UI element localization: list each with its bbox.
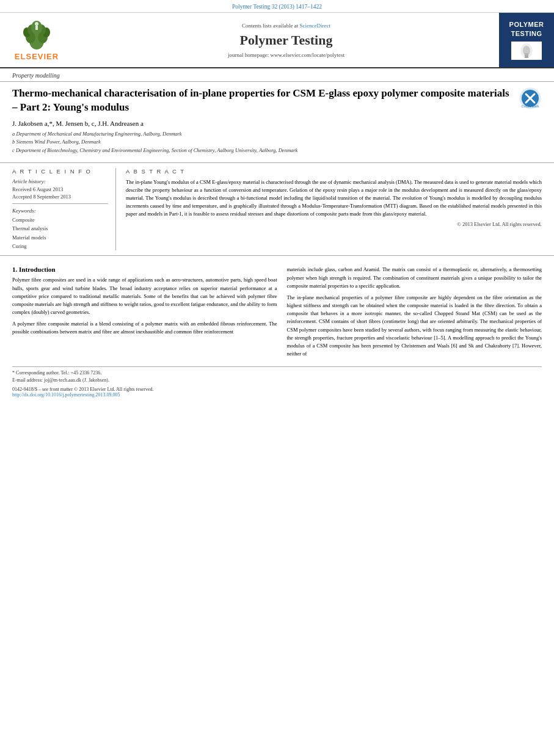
affiliations: a Department of Mechanical and Manufactu… [12,130,512,155]
contents-line: Contents lists available at ScienceDirec… [242,23,330,29]
article-info: A R T I C L E I N F O Article history: R… [12,168,116,251]
journal-homepage: journal homepage: www.elsevier.com/locat… [228,52,344,58]
doi-line: http://dx.doi.org/10.1016/j.polymertesti… [12,392,542,398]
copyright: © 2013 Elsevier Ltd. All rights reserved… [126,221,542,227]
elsevier-wordmark: ELSEVIER [15,52,59,61]
article-title-text: Thermo-mechanical characterisation of in… [12,87,512,155]
journal-header: ELSEVIER Contents lists available at Sci… [0,13,554,68]
intro-paragraph-2: A polymer fibre composite material is a … [12,320,277,336]
affiliation-c: c Department of Biotechnology, Chemistry… [12,147,512,155]
abstract-text: The in-plane Young's modulus of a CSM E-… [126,178,542,219]
received-date: Received 6 August 2013 [12,186,108,192]
crossmark-icon[interactable]: CrossMark [519,87,542,110]
info-abstract-section: A R T I C L E I N F O Article history: R… [0,162,554,256]
citation-bar: Polymer Testing 32 (2013) 1417–1422 [0,0,554,13]
footer-notes: * Corresponding author. Tel.: +45 2336 7… [12,366,542,384]
journal-badge: POLYMER TESTING [499,13,554,67]
email-note: E-mail address: joj@m-tech.aau.dk (J. Ja… [12,377,542,384]
article-title-area: Thermo-mechanical characterisation of in… [0,82,554,159]
article-info-heading: A R T I C L E I N F O [12,168,108,175]
elsevier-logo: ELSEVIER [15,19,59,61]
abstract-area: A B S T R A C T The in-plane Young's mod… [126,168,542,251]
abstract-heading: A B S T R A C T [126,168,542,175]
section-label: Property modelling [0,68,554,82]
svg-rect-10 [35,26,38,30]
main-content: 1. Introduction Polymer fibre composites… [0,260,554,362]
sciencedirect-link[interactable]: ScienceDirect [300,23,330,29]
keyword-curing: Curing [12,242,108,250]
corresponding-author-note: * Corresponding author. Tel.: +45 2336 7… [12,369,542,377]
journal-title-area: Contents lists available at ScienceDirec… [73,13,499,67]
journal-title: Polymer Testing [240,32,333,48]
keyword-composite: Composite [12,216,108,224]
info-divider [12,203,108,204]
content-col-left: 1. Introduction Polymer fibre composites… [12,266,277,362]
journal-badge-text: POLYMER TESTING [509,20,544,38]
svg-point-9 [35,22,38,26]
keywords-list: Composite Thermal analysis Material mode… [12,216,108,251]
affiliation-b: b Siemens Wind Power, Aalborg, Denmark [12,138,512,147]
accepted-date: Accepted 8 September 2013 [12,194,108,200]
history-label: Article history: [12,178,108,184]
issn-line: 0142-9418/$ – see front matter © 2013 El… [12,387,542,392]
svg-text:CrossMark: CrossMark [521,104,539,108]
affiliation-a: a Department of Mechanical and Manufactu… [12,130,512,139]
elsevier-tree-icon [20,19,54,51]
citation-text: Polymer Testing 32 (2013) 1417–1422 [232,4,322,10]
doi-link[interactable]: http://dx.doi.org/10.1016/j.polymertesti… [12,392,120,398]
authors: J. Jakobsen a,*, M. Jensen b, c, J.H. An… [12,120,512,127]
keywords-label: Keywords: [12,208,108,214]
bottom-bar: 0142-9418/$ – see front matter © 2013 El… [0,384,554,401]
section-1-title: 1. Introduction [12,266,277,273]
right-paragraph-2: The in-plane mechanical properties of a … [287,294,542,358]
content-col-right: materials include glass, carbon and Aram… [287,266,542,362]
journal-badge-logo [511,42,542,60]
intro-paragraph-1: Polymer fibre composites are used in a w… [12,276,277,316]
article-title: Thermo-mechanical characterisation of in… [12,87,512,115]
keyword-thermal: Thermal analysis [12,224,108,233]
right-paragraph-1: materials include glass, carbon and Aram… [287,266,542,290]
publisher-logo-area: ELSEVIER [0,13,73,67]
keyword-material: Material models [12,233,108,242]
svg-point-14 [523,46,530,56]
